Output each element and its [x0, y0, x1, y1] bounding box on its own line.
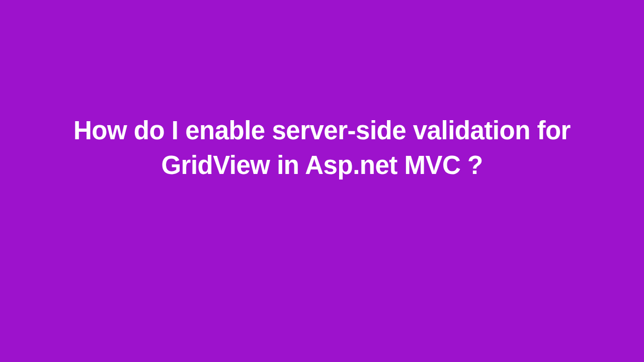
page-title: How do I enable server-side validation f…: [40, 114, 604, 183]
heading-container: How do I enable server-side validation f…: [0, 114, 644, 183]
